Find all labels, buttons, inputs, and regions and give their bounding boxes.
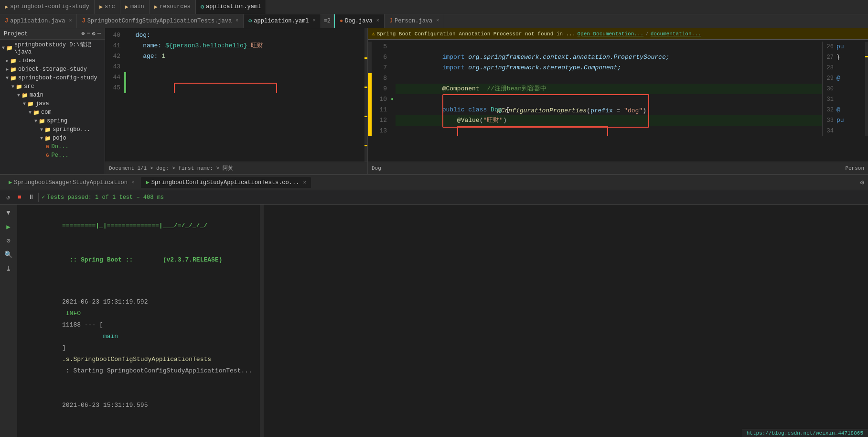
- run-tab-configtest[interactable]: ▶ SpringbootConfigStudyApplicationTests.…: [141, 177, 311, 188]
- arrow-springbootconfig: ▼: [6, 76, 9, 81]
- tab-split[interactable]: ≡2: [321, 14, 334, 29]
- tab-src[interactable]: ▶ src: [95, 0, 120, 14]
- tab-dog-java[interactable]: ● Dog.java ×: [334, 14, 385, 29]
- tab-person-java[interactable]: J Person.java ×: [385, 14, 444, 29]
- yaml-line-40: dog:: [126, 30, 367, 41]
- tree-item-person[interactable]: G Pe...: [0, 151, 105, 160]
- arrow-objectstorage: ▶: [6, 66, 9, 72]
- tree-item-springbootstudy[interactable]: ▼ 📁 springbootstudy D:\笔记\java: [0, 40, 105, 56]
- tab-application-yaml-editor[interactable]: ⚙ application.yaml ×: [244, 14, 321, 29]
- tab-springboot-test[interactable]: J SpringbootConfigStudyApplicationTests.…: [77, 14, 244, 29]
- folder-springbo: 📁: [44, 127, 51, 133]
- tab-application-yaml[interactable]: ⚙ application.yaml: [196, 0, 266, 14]
- arrow-com: ▼: [29, 110, 32, 115]
- close-swagger[interactable]: ×: [131, 180, 135, 186]
- top-breadcrumb-bar: ▶ springboot-config-study ▶ src ▶ main ▶…: [0, 0, 868, 14]
- yaml-code-lines: dog: name: ${person3.hello:hello}_旺财 age…: [126, 30, 367, 93]
- close-yaml[interactable]: ×: [313, 18, 316, 23]
- console-log-1: 2021-06-23 15:31:19.592 INFO 11188 --- […: [25, 285, 252, 388]
- dog-breadcrumb: Dog: [368, 165, 385, 171]
- search-strip-icon[interactable]: 🔍: [2, 248, 15, 261]
- tree-item-com[interactable]: ▼ 📁 com: [0, 108, 105, 117]
- tab-springbootstudy[interactable]: ▶ springboot-config-study: [0, 0, 95, 14]
- close-configtest[interactable]: ×: [303, 180, 306, 186]
- folder-icon-main: ▶: [125, 3, 129, 11]
- folder-springbootconfig: 📁: [10, 75, 17, 81]
- plus-icon[interactable]: ⊕: [81, 30, 85, 37]
- java-icon-person: J: [389, 18, 393, 24]
- tree-item-java[interactable]: ▼ 📁 java: [0, 99, 105, 108]
- filter-icon[interactable]: ⊘: [2, 234, 15, 247]
- yaml-line-43: [126, 62, 367, 72]
- arrow-pojo: ▼: [40, 136, 43, 141]
- documentation-link[interactable]: documentation...: [651, 31, 701, 37]
- warning-bar: ⚠ Spring Boot Configuration Annotation P…: [368, 28, 868, 40]
- warning-icon: ⚠: [372, 31, 375, 37]
- java-code-lines: import org.springframework.context.annot…: [396, 42, 822, 136]
- person-breadcrumb: Person: [841, 165, 868, 171]
- tree-item-dog[interactable]: G Do...: [0, 142, 105, 151]
- console-spring-banner: =========|_|==============|___/=/_/_/_/: [25, 208, 252, 243]
- open-documentation-link[interactable]: Open Documentation...: [578, 31, 644, 37]
- minus-icon[interactable]: −: [86, 30, 90, 37]
- folder-com: 📁: [33, 109, 40, 116]
- run-icon-swagger: ▶: [9, 179, 12, 186]
- tree-item-springbo[interactable]: ▼ 📁 springbo...: [0, 125, 105, 134]
- run-status: ✓ Tests passed: 1 of 1 test – 408 ms: [42, 194, 164, 201]
- folder-pojo: 📁: [44, 135, 51, 142]
- close-tree-icon[interactable]: —: [97, 30, 101, 37]
- project-label: Project: [4, 31, 28, 37]
- java-icon-test: J: [82, 18, 85, 24]
- folder-objectstorage: 📁: [10, 66, 17, 73]
- close-test[interactable]: ×: [236, 18, 238, 23]
- tree-item-idea[interactable]: ▶ 📁 .idea: [0, 56, 105, 65]
- tree-item-objectstorage[interactable]: ▶ 📁 object-storage-study: [0, 65, 105, 74]
- java-code-area[interactable]: 5 6 7 8 9 10 11 12 13 ●: [368, 40, 868, 136]
- url-link[interactable]: https://blog.csdn.net/weixin_44718865: [747, 430, 863, 436]
- console-area: =========|_|==============|___/=/_/_/_/ …: [17, 205, 260, 407]
- collapse-icon[interactable]: ▼: [2, 207, 15, 219]
- arrow-springbo: ▼: [40, 127, 43, 132]
- yaml-breadcrumb: Document 1/1 > dog: > first_name: > 阿黄: [105, 162, 367, 174]
- run-tab-swagger[interactable]: ▶ SpringbootSwaggerStudyApplication ×: [4, 177, 139, 188]
- tree-item-main[interactable]: ▼ 📁 main: [0, 91, 105, 99]
- yaml-code-area[interactable]: 40 41 42 43 44 45 dog:: [105, 28, 367, 93]
- console-scrollbar[interactable]: [260, 205, 264, 437]
- close-person[interactable]: ×: [436, 18, 439, 23]
- tab-application-java[interactable]: J application.java ×: [0, 14, 77, 29]
- tree-item-src[interactable]: ▼ 📁 src: [0, 82, 105, 91]
- run-green-icon[interactable]: ▶: [2, 220, 15, 233]
- java-line-5: import org.springframework.context.annot…: [396, 42, 822, 52]
- rerun-icon[interactable]: ↺: [4, 193, 12, 202]
- tab-main[interactable]: ▶ main: [120, 0, 150, 14]
- console-spring-version: :: Spring Boot :: (v2.3.7.RELEASE): [25, 243, 252, 277]
- folder-icon: ▶: [5, 3, 8, 11]
- arrow-java: ▼: [23, 101, 26, 107]
- stop-icon[interactable]: ■: [15, 193, 24, 202]
- java-file-person: G: [46, 153, 49, 158]
- close-dog[interactable]: ×: [376, 18, 379, 23]
- tree-item-springbootconfig[interactable]: ▼ 📁 springboot-config-study: [0, 74, 105, 82]
- yaml-icon-editor: ⚙: [248, 17, 252, 24]
- arrow-main: ▼: [17, 93, 20, 98]
- tree-item-pojo[interactable]: ▼ 📁 pojo: [0, 134, 105, 142]
- project-tree: Project ⊕ − ⚙ — ▼ 📁 springbootstudy D:\笔…: [0, 28, 105, 174]
- tree-item-spring[interactable]: ▼ 📁 spring: [0, 117, 105, 125]
- settings-icon[interactable]: ⚙: [92, 30, 96, 37]
- close-appjava[interactable]: ×: [69, 18, 72, 23]
- java-icon-dog: ●: [340, 18, 343, 24]
- yaml-file-icon: ⚙: [201, 3, 204, 11]
- settings-run-icon[interactable]: ⚙: [860, 178, 864, 186]
- java-icon-appjava: J: [5, 18, 8, 24]
- console-log-2: 2021-06-23 15:31:19.595 INFO 11188 --- […: [25, 388, 252, 407]
- scroll-lock-icon[interactable]: ⤓: [2, 262, 15, 274]
- run-toolbar: ↺ ■ ⏸ ✓ Tests passed: 1 of 1 test – 408 …: [0, 190, 868, 205]
- pause-icon[interactable]: ⏸: [27, 193, 35, 202]
- bottom-run-panel: ▶ SpringbootSwaggerStudyApplication × ▶ …: [0, 174, 868, 437]
- java-editor-panel: ⚠ Spring Boot Configuration Annotation P…: [368, 28, 868, 174]
- main-editor-area: Project ⊕ − ⚙ — ▼ 📁 springbootstudy D:\笔…: [0, 28, 868, 174]
- java-line-8: @Component //注册bean到容器中: [396, 73, 822, 84]
- tab-resources[interactable]: ▶ resources: [150, 0, 196, 14]
- bottom-status-bar: https://blog.csdn.net/weixin_44718865: [742, 429, 868, 437]
- java-line-numbers: 5 6 7 8 9 10 11 12 13: [372, 42, 391, 136]
